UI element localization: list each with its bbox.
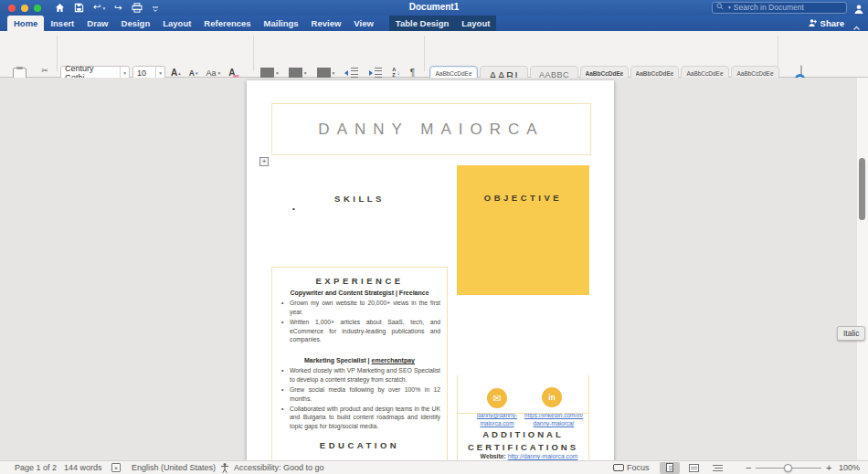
zoom-slider[interactable]: [756, 461, 821, 474]
tab-draw[interactable]: Draw: [80, 16, 114, 31]
web-layout-icon: [689, 464, 699, 472]
tab-view[interactable]: View: [347, 16, 379, 31]
vertical-scrollbar[interactable]: [856, 78, 868, 460]
outline-view-button[interactable]: [707, 462, 727, 474]
job1-title: Copywriter and Content Strategist | Free…: [279, 290, 440, 296]
save-icon[interactable]: [74, 0, 84, 16]
indent-icon: [368, 68, 382, 78]
redo-icon[interactable]: ↪: [114, 1, 122, 15]
company-link[interactable]: emerchantpay: [372, 357, 415, 364]
multilevel-list-icon: [317, 68, 331, 78]
tab-review[interactable]: Review: [305, 16, 348, 31]
list-item: Worked closely with VP Marketing and SEO…: [281, 366, 440, 384]
zoom-slider-thumb[interactable]: [784, 464, 792, 472]
bullet-list-icon: [260, 68, 274, 78]
view-switcher: [660, 461, 727, 474]
home-icon[interactable]: [55, 0, 65, 16]
education-heading: EDUCATION: [279, 440, 440, 450]
linkedin-icon: in: [542, 387, 562, 407]
share-button[interactable]: Share: [808, 16, 844, 31]
objective-block[interactable]: OBJECTIVE: [457, 165, 589, 295]
tab-table-design[interactable]: Table Design: [389, 16, 455, 31]
skills-heading: SKILLS: [271, 194, 448, 204]
print-icon[interactable]: [132, 0, 143, 16]
tab-home[interactable]: Home: [7, 16, 44, 31]
certifications-section[interactable]: ADDITIONAL CERTIFICATIONS: [457, 413, 589, 460]
web-layout-view-button[interactable]: [683, 462, 704, 474]
list-item: Written 1,000+ articles about SaaS, tech…: [281, 318, 440, 345]
qat-more-icon[interactable]: [152, 0, 159, 16]
numbered-list-icon: [289, 68, 302, 78]
group-separator: [253, 36, 254, 71]
tab-mailings[interactable]: Mailings: [258, 16, 305, 31]
window-controls: [8, 5, 41, 12]
group-separator: [57, 36, 58, 71]
tab-insert[interactable]: Insert: [44, 16, 80, 31]
focus-toggle[interactable]: Focus: [613, 461, 650, 474]
accessibility-icon: [220, 461, 229, 474]
resume-name: DANNY MAIORCA: [318, 121, 544, 139]
zoom-out-button[interactable]: −: [746, 461, 751, 474]
quick-access-toolbar: ↩▾ ↪: [55, 1, 159, 15]
zoom-level[interactable]: 100%: [839, 461, 860, 474]
language-indicator[interactable]: English (United States): [132, 461, 216, 474]
tab-table-layout[interactable]: Layout: [455, 16, 496, 31]
search-scope-dropdown-icon[interactable]: ▾: [728, 5, 731, 10]
tab-layout[interactable]: Layout: [156, 16, 197, 31]
search-input[interactable]: ▾ Search in Document: [712, 2, 847, 14]
certifications-heading: ADDITIONAL CERTIFICATIONS: [458, 428, 588, 455]
status-bar: Page 1 of 2 144 words × English (United …: [0, 460, 868, 474]
minimize-window-button[interactable]: [21, 5, 28, 12]
search-icon: [716, 3, 724, 12]
job2-bullets: Worked closely with VP Marketing and SEO…: [281, 366, 440, 431]
experience-section[interactable]: EXPERIENCE Copywriter and Content Strate…: [271, 267, 448, 460]
print-layout-view-button[interactable]: [660, 462, 680, 474]
tab-references[interactable]: References: [197, 16, 257, 31]
focus-icon: [613, 464, 624, 471]
italic-tooltip: Italic: [837, 326, 865, 341]
ribbon: Paste ✂ Century Gothi... ▾ 10 ▾: [0, 31, 868, 78]
word-count[interactable]: 144 words: [64, 461, 102, 474]
outline-view-icon: [713, 464, 723, 472]
outdent-icon: [344, 68, 358, 78]
share-person-icon: [808, 18, 818, 29]
list-item: Grown my own website to 20,000+ views in…: [281, 299, 440, 317]
zoom-in-button[interactable]: +: [826, 461, 831, 474]
resume-name-box[interactable]: DANNY MAIORCA: [271, 103, 591, 155]
tab-design[interactable]: Design: [115, 16, 157, 31]
title-bar: ↩▾ ↪ Document1 ▾ Search in Document: [0, 0, 868, 16]
app-window: ↩▾ ↪ Document1 ▾ Search in Document Home…: [0, 0, 868, 474]
zoom-window-button[interactable]: [34, 5, 41, 12]
document-canvas: DANNY MAIORCA + SKILLS • OBJECTIVE EXPER…: [0, 78, 868, 460]
objective-heading: OBJECTIVE: [457, 193, 589, 203]
scrollbar-thumb[interactable]: [859, 158, 865, 220]
document-page[interactable]: DANNY MAIORCA + SKILLS • OBJECTIVE EXPER…: [247, 80, 614, 460]
cut-icon[interactable]: ✂: [41, 67, 48, 75]
search-placeholder: Search in Document: [734, 3, 804, 12]
skills-bullet: •: [292, 205, 295, 213]
list-item: Collaborated with product and design tea…: [281, 405, 440, 432]
email-icon: ✉: [487, 388, 507, 408]
page-count[interactable]: Page 1 of 2: [15, 461, 57, 474]
group-separator: [424, 36, 425, 71]
print-layout-icon: [666, 463, 673, 472]
accessibility-status[interactable]: Accessibility: Good to go: [234, 461, 324, 474]
experience-heading: EXPERIENCE: [279, 276, 440, 286]
undo-icon[interactable]: ↩▾: [93, 0, 105, 16]
job1-bullets: Grown my own website to 20,000+ views in…: [281, 299, 440, 344]
ribbon-tabs: Home Insert Draw Design Layout Reference…: [0, 16, 868, 31]
spellcheck-icon[interactable]: ×: [111, 461, 121, 474]
list-item: Grew social media following by over 100%…: [281, 385, 440, 404]
job2-title: Marketing Specialist | emerchantpay: [279, 357, 440, 363]
table-move-handle[interactable]: +: [259, 157, 269, 166]
close-window-button[interactable]: [8, 5, 16, 12]
